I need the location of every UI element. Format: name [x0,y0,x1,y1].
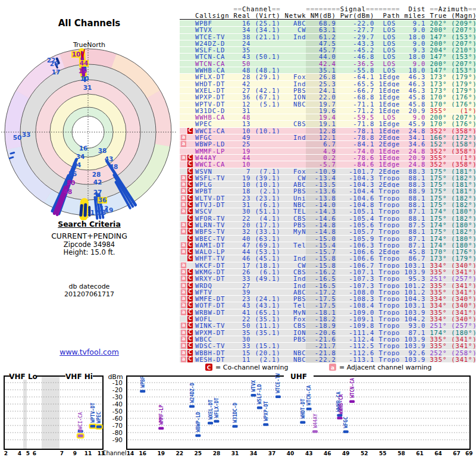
table-row: aCWPXM-DT 35 (35.1) ION -20.6 -111.4 Tro… [180,329,476,336]
table-row: aCWBCC 30 PBS -21.6 -112.4 Tropo 103.9 3… [180,336,476,342]
channel-axis-label: Channel [102,450,126,456]
adjacent-channel-badge: a [181,202,186,208]
channel-tick-label: 5 [26,450,30,456]
signal-bar [195,434,201,437]
co-channel-badge: C [187,330,193,336]
radar-channel-label: 26 [50,60,59,67]
signal-bar [78,434,83,437]
channel-tick-label: 11 [84,450,92,456]
table-row: WPTV-DT 12 (5.1) NBC 19.7 -71.1 1Edge 45… [180,101,476,107]
spectrum-chart: VHF LoVHF HiUHFdBm-10-20-30-40-50-60-70-… [0,362,476,457]
table-row: CWOFL 22 (35.1) Fox -18.2 -109.1 Tropo 1… [180,315,476,322]
co-channel-badge-letter: C [207,365,211,371]
table-row: aCWOTF-DT 43 (43.1) Tel -17.5 -108.4 Tro… [180,302,476,308]
adjacent-channel-badge: a [181,276,186,281]
adjacent-channel-badge: a [181,208,186,214]
y-tick-label: -20 [112,386,123,393]
radar-channel-label: 27 [93,189,102,196]
radar-channel-label: 34 [76,153,85,160]
signal-bar [257,406,262,409]
table-row: W31DC-D 31 19.6 -71.2 1Edge 20.9 355° (1… [180,107,476,114]
table-row: W24DZ-D 24 47.5 -43.3 LOS 9.0 200° (207°… [180,40,476,46]
table-row: aCWPLG 10 (10.1) ABC -13.5 -104.3 2Edge … [180,181,476,187]
vhf-gap-band [23,377,27,449]
adjacent-channel-badge: a [181,181,186,187]
adjacent-channel-badge: a [181,195,186,201]
table-row: aCWMFE-DT 23 (24.1) PBS -17.5 -108.3 Tro… [180,295,476,302]
channel-tick-label: 14 [127,450,134,456]
station-label: WPTV-DT [90,402,96,422]
co-channel-badge: C [187,323,193,328]
adjacent-channel-badge: a [181,323,186,328]
radar-spoke [11,152,14,154]
radar-channel-label: 36 [98,196,107,204]
table-row: WTCE-TV 38 (21.1) Ind 61.2 -29.7 LOS 18.… [180,33,476,40]
co-channel-badge: C [187,242,193,248]
adjacent-channel-badge-letter: a [331,365,334,371]
radar-spoke [85,205,86,215]
co-channel-badge: C [187,302,193,308]
signal-bar [263,423,268,426]
table-row: aCW44AY 44 0.2 -78.6 1Edge 20.9 355° (1°… [180,154,476,161]
co-channel-badge: C [187,276,193,281]
channel-tick-label: 40 [287,450,295,456]
channel-tick-label: 34 [250,450,258,456]
radar-channel-label: 48 [109,163,118,170]
adjacent-channel-badge: a [181,141,186,147]
y-tick-label: -90 [112,436,123,443]
table-row: WPXP-DT 36 (67.1) ION 22.0 -68.8 1Edge 4… [180,93,476,100]
radar-channel-label: 33 [22,131,31,138]
table-row: WTCN-CA 43 (50.1) 44.0 -46.8 LOS 18.0 14… [180,53,476,60]
radar-channel-label: 31 [83,84,92,91]
adjacent-channel-legend-text: = Adjacent channel warning [339,364,432,371]
co-channel-badge: C [187,350,193,356]
adjacent-channel-badge: a [181,309,186,315]
co-channel-badge: C [187,222,193,228]
radar-channel-label: 28 [92,171,101,178]
uhf-frame [127,376,470,449]
table-row: CWHFT-TV 46 (45.1) Ind -15.8 -106.6 Trop… [180,255,476,261]
channel-tick-label: 9 [73,450,77,456]
co-channel-badge: C [187,188,193,194]
radar-spoke [81,206,82,215]
signal-bar [96,425,102,428]
channel-tick-label: 43 [305,450,313,456]
signal-bar [90,425,96,428]
adjacent-channel-badge: a [181,296,186,302]
y-tick-label: -70 [112,422,123,429]
table-body: WPBF 16 (25.1) ABC 68.9 -22.0 LOS 9.1 20… [180,20,476,362]
signal-bar [214,420,219,423]
tvfool-link[interactable]: www.tvfool.com [60,348,119,356]
table-row: aCWTVJ-DT 31 (6.1) NBC -14.0 -104.8 Trop… [180,201,476,208]
y-tick-label: -60 [112,415,123,422]
adjacent-channel-badge: a [181,289,186,295]
co-channel-badge: C [187,208,193,214]
table-row: aWBWP-LD 25 6.7 -84.1 2Edge 34.6 152° (1… [180,140,476,147]
radar-channel-label: 43 [105,155,114,162]
table-row: aCWKMG-DT 26 (6.1) CBS -16.2 -107.1 Trop… [180,268,476,275]
co-channel-badge: C [187,236,193,242]
signal-bar [337,417,342,420]
tvfool-report: All Channels 104419103122261750331634243… [0,0,476,457]
table-row: WPBF 16 (25.1) ABC 68.9 -22.0 LOS 9.1 20… [180,20,476,26]
adjacent-channel-badge: a [181,269,186,275]
y-tick-label: -10 [112,379,123,386]
table-row: WHDT-DT 42 Ind 25.3 -65.5 1Edge 46.3 173… [180,80,476,87]
channel-tick-label: 2 [4,450,8,456]
channel-tick-label: 31 [231,450,239,456]
radar-channel-label: 10 [72,51,81,58]
adjacent-channel-badge: a [181,350,186,356]
table-row: aCWPBT 18 (2.1) PBS -13.6 -104.4 Tropo 8… [180,187,476,194]
signal-bar [251,394,256,397]
channel-tick-label: 67 [453,450,461,456]
station-label: WFGC [343,417,349,428]
adjacent-channel-badge: a [181,283,186,289]
table-row: aCWALO-LP 44 (53.1) -15.7 -106.6 2Edge 4… [180,248,476,255]
y-tick-label: -50 [112,408,123,415]
radar-channel-label: 19 [79,67,87,74]
table-row: aCWLTV-DT 23 (23.1) Uni -13.8 -104.6 Tro… [180,195,476,201]
signal-bar [208,422,213,425]
radar-channel-label: 42 [93,179,102,186]
signal-bar [349,400,355,403]
signal-bar [158,427,164,430]
